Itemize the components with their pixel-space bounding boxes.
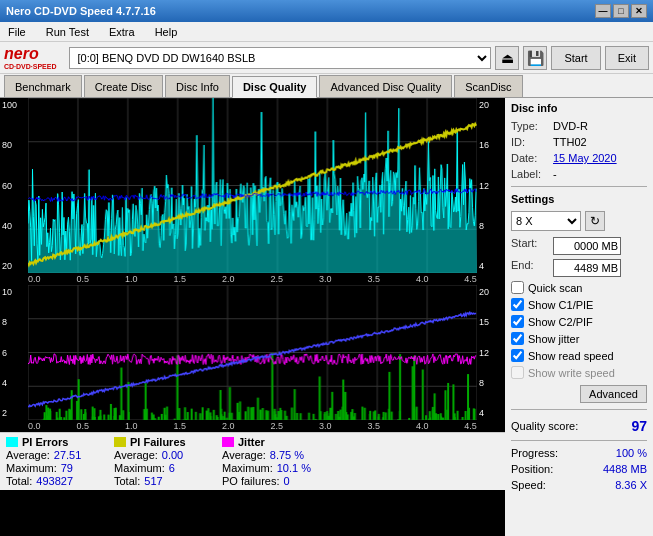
quality-score-row: Quality score: 97 [511, 418, 647, 434]
start-input[interactable] [553, 237, 621, 255]
progress-row: Progress: 100 % [511, 447, 647, 459]
tab-disc-info[interactable]: Disc Info [165, 75, 230, 97]
toolbar: nero CD·DVD·SPEED [0:0] BENQ DVD DD DW16… [0, 42, 653, 74]
end-input[interactable] [553, 259, 621, 277]
divider-1 [511, 186, 647, 187]
pi-failures-legend [114, 437, 126, 447]
side-panel: Disc info Type: DVD-R ID: TTH02 Date: 15… [505, 98, 653, 536]
speed-row: 8 X ↻ [511, 211, 647, 231]
show-c2pif-row: Show C2/PIF [511, 315, 647, 328]
show-write-speed-row: Show write speed [511, 366, 647, 379]
show-jitter-row: Show jitter [511, 332, 647, 345]
show-c1pie-row: Show C1/PIE [511, 298, 647, 311]
title-bar-buttons: — □ ✕ [595, 4, 647, 18]
tab-scandisc[interactable]: ScanDisc [454, 75, 522, 97]
top-x-axis: 0.0 0.5 1.0 1.5 2.0 2.5 3.0 3.5 4.0 4.5 [0, 273, 505, 285]
save-button[interactable]: 💾 [523, 46, 547, 70]
minimize-button[interactable]: — [595, 4, 611, 18]
logo: nero CD·DVD·SPEED [4, 45, 57, 70]
bottom-y-axis-right: 20 15 12 8 4 [477, 285, 505, 420]
menu-file[interactable]: File [4, 24, 30, 40]
jitter-stat: Jitter Average: 8.75 % Maximum: 10.1 % P… [222, 436, 322, 487]
top-y-axis-right: 20 16 12 8 4 [477, 98, 505, 273]
exit-button[interactable]: Exit [605, 46, 649, 70]
settings-title: Settings [511, 193, 647, 205]
drive-select[interactable]: [0:0] BENQ DVD DD DW1640 BSLB [69, 47, 492, 69]
id-row: ID: TTH02 [511, 136, 647, 148]
menu-help[interactable]: Help [151, 24, 182, 40]
tab-bar: Benchmark Create Disc Disc Info Disc Qua… [0, 74, 653, 98]
jitter-legend [222, 437, 234, 447]
disc-info-title: Disc info [511, 102, 647, 114]
end-row: End: [511, 259, 647, 277]
divider-2 [511, 409, 647, 410]
advanced-button[interactable]: Advanced [580, 385, 647, 403]
show-c2pif-checkbox[interactable] [511, 315, 524, 328]
top-chart: 100 80 60 40 20 20 16 12 8 4 [0, 98, 505, 273]
divider-3 [511, 440, 647, 441]
pi-failures-stat: PI Failures Average: 0.00 Maximum: 6 Tot… [114, 436, 214, 487]
stats-bar: PI Errors Average: 27.51 Maximum: 79 Tot… [0, 432, 505, 490]
refresh-button[interactable]: ↻ [585, 211, 605, 231]
start-button[interactable]: Start [551, 46, 600, 70]
show-c1pie-checkbox[interactable] [511, 298, 524, 311]
speed-display-row: Speed: 8.36 X [511, 479, 647, 491]
bottom-x-axis: 0.0 0.5 1.0 1.5 2.0 2.5 3.0 3.5 4.0 4.5 [0, 420, 505, 432]
tab-create-disc[interactable]: Create Disc [84, 75, 163, 97]
speed-select[interactable]: 8 X [511, 211, 581, 231]
top-y-axis-left: 100 80 60 40 20 [0, 98, 28, 273]
show-jitter-checkbox[interactable] [511, 332, 524, 345]
show-read-speed-row: Show read speed [511, 349, 647, 362]
type-row: Type: DVD-R [511, 120, 647, 132]
quick-scan-row: Quick scan [511, 281, 647, 294]
stats-grid: PI Errors Average: 27.51 Maximum: 79 Tot… [6, 436, 499, 487]
close-button[interactable]: ✕ [631, 4, 647, 18]
menu-extra[interactable]: Extra [105, 24, 139, 40]
show-write-speed-checkbox [511, 366, 524, 379]
logo-text: nero [4, 45, 57, 63]
tab-disc-quality[interactable]: Disc Quality [232, 76, 318, 98]
bottom-y-axis-left: 10 8 6 4 2 [0, 285, 28, 420]
quick-scan-checkbox[interactable] [511, 281, 524, 294]
app-title: Nero CD-DVD Speed 4.7.7.16 [6, 5, 156, 17]
date-row: Date: 15 May 2020 [511, 152, 647, 164]
main-content: 100 80 60 40 20 20 16 12 8 4 0.0 0.5 1.0… [0, 98, 653, 536]
title-bar: Nero CD-DVD Speed 4.7.7.16 — □ ✕ [0, 0, 653, 22]
position-row: Position: 4488 MB [511, 463, 647, 475]
tab-benchmark[interactable]: Benchmark [4, 75, 82, 97]
logo-sub: CD·DVD·SPEED [4, 63, 57, 70]
pi-errors-legend [6, 437, 18, 447]
pi-errors-stat: PI Errors Average: 27.51 Maximum: 79 Tot… [6, 436, 106, 487]
tab-advanced-disc-quality[interactable]: Advanced Disc Quality [319, 75, 452, 97]
maximize-button[interactable]: □ [613, 4, 629, 18]
eject-button[interactable]: ⏏ [495, 46, 519, 70]
show-read-speed-checkbox[interactable] [511, 349, 524, 362]
bottom-chart: 10 8 6 4 2 20 15 12 8 4 [0, 285, 505, 420]
label-row: Label: - [511, 168, 647, 180]
menu-bar: File Run Test Extra Help [0, 22, 653, 42]
start-row: Start: [511, 237, 647, 255]
menu-run-test[interactable]: Run Test [42, 24, 93, 40]
